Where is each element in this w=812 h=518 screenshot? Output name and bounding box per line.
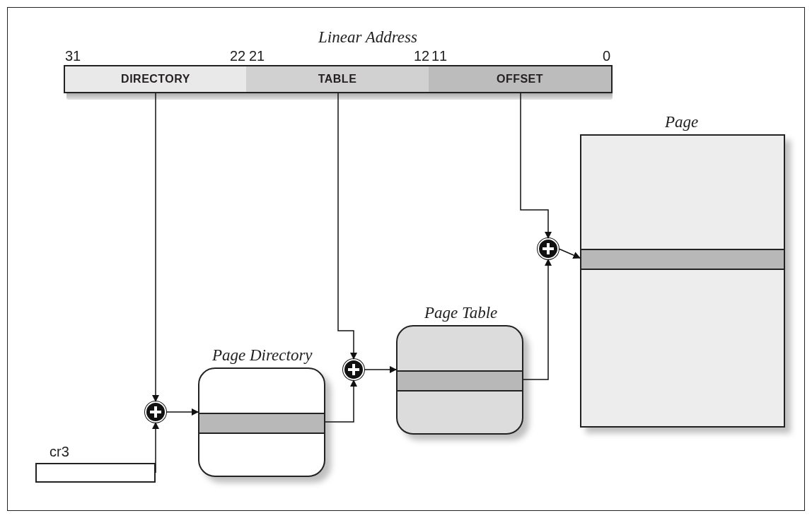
page-label: Page <box>665 113 698 131</box>
bit-0: 0 <box>603 48 610 64</box>
linear-address-shadow <box>66 93 613 100</box>
adder-icon-2 <box>343 359 364 380</box>
segment-table-label: TABLE <box>318 73 357 85</box>
page-box <box>580 134 785 428</box>
adder-icon-3 <box>538 238 559 259</box>
cr3-register <box>35 463 156 483</box>
segment-directory-label: DIRECTORY <box>121 73 190 85</box>
segment-directory: DIRECTORY <box>64 65 248 93</box>
bit-22: 22 <box>230 48 245 64</box>
bit-31: 31 <box>65 48 81 64</box>
segment-offset-label: OFFSET <box>497 73 543 85</box>
diagram-title: Linear Address <box>318 28 417 47</box>
segment-offset: OFFSET <box>429 65 613 93</box>
page-directory-label: Page Directory <box>212 346 313 365</box>
page-table-label: Page Table <box>424 304 497 322</box>
cr3-label: cr3 <box>50 444 69 460</box>
bit-21: 21 <box>249 48 265 64</box>
bit-11: 11 <box>431 48 447 64</box>
page-directory-entry <box>199 413 324 434</box>
diagram-canvas: Linear Address 31 22 21 12 11 0 DIRECTOR… <box>0 0 812 518</box>
adder-icon-1 <box>145 401 166 423</box>
page-table-box <box>396 325 523 435</box>
page-directory-box <box>198 367 325 477</box>
page-entry <box>581 249 784 270</box>
segment-table: TABLE <box>246 65 430 93</box>
page-table-entry <box>398 370 522 392</box>
bit-12: 12 <box>414 48 429 64</box>
